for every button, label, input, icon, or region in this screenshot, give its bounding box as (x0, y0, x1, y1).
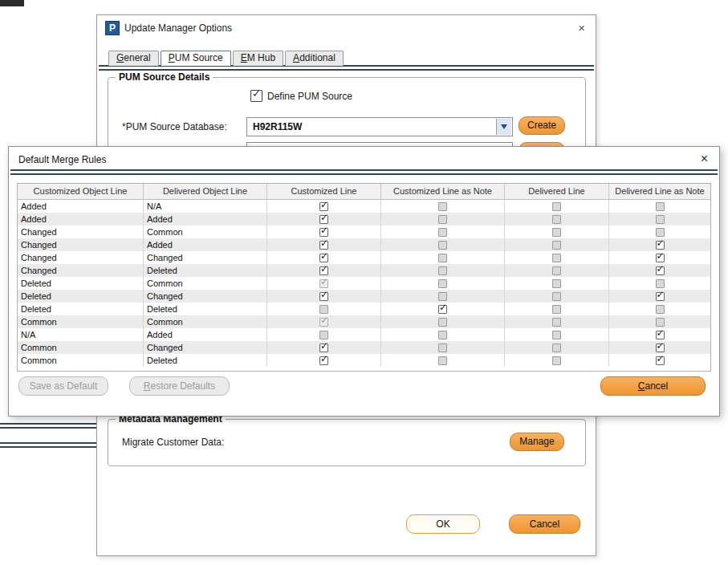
merge-rule-checkbox[interactable] (319, 228, 328, 237)
table-row[interactable]: ChangedAdded (18, 238, 710, 251)
merge-rule-checkbox[interactable] (656, 279, 665, 288)
table-row[interactable]: ChangedCommon (18, 226, 710, 238)
checkbox-cell[interactable] (609, 213, 710, 226)
close-icon[interactable]: × (578, 22, 585, 34)
merge-rule-checkbox[interactable] (319, 343, 328, 352)
merge-rule-checkbox[interactable] (552, 266, 561, 275)
checkbox-cell[interactable] (505, 328, 609, 341)
checkbox-cell[interactable] (381, 264, 505, 277)
checkbox-cell[interactable] (505, 226, 609, 238)
merge-rule-checkbox[interactable] (656, 266, 665, 275)
checkbox-cell[interactable] (381, 238, 505, 251)
merge-rule-checkbox[interactable] (656, 331, 665, 339)
table-row[interactable]: DeletedCommon (18, 277, 710, 290)
table-row[interactable]: AddedAdded (18, 213, 710, 226)
merge-rule-checkbox[interactable] (552, 215, 561, 224)
checkbox-cell[interactable] (267, 290, 381, 303)
checkbox-cell[interactable] (267, 277, 381, 290)
merge-rule-checkbox[interactable] (319, 318, 328, 327)
close-icon[interactable]: × (701, 152, 708, 165)
checkbox-cell[interactable] (609, 341, 710, 354)
define-pum-source-checkbox[interactable] (250, 90, 262, 102)
checkbox-cell[interactable] (609, 200, 710, 213)
checkbox-cell[interactable] (505, 315, 609, 328)
table-row[interactable]: CommonChanged (18, 341, 710, 354)
checkbox-cell[interactable] (505, 200, 609, 213)
checkbox-cell[interactable] (609, 354, 710, 367)
merge-rule-checkbox[interactable] (656, 292, 665, 301)
checkbox-cell[interactable] (267, 213, 381, 226)
checkbox-cell[interactable] (609, 264, 710, 277)
table-row[interactable]: DeletedChanged (18, 290, 710, 303)
checkbox-cell[interactable] (505, 290, 609, 303)
checkbox-cell[interactable] (505, 264, 609, 277)
checkbox-cell[interactable] (609, 303, 710, 315)
table-row[interactable]: N/AAdded (18, 328, 710, 341)
table-row[interactable]: ChangedDeleted (18, 264, 710, 277)
checkbox-cell[interactable] (267, 315, 381, 328)
cancel-button[interactable]: Cancel (509, 514, 580, 534)
table-row[interactable]: DeletedDeleted (18, 303, 710, 315)
merge-rule-checkbox[interactable] (656, 305, 665, 314)
checkbox-cell[interactable] (381, 226, 505, 238)
merge-rule-checkbox[interactable] (438, 241, 447, 250)
merge-rule-checkbox[interactable] (656, 202, 665, 211)
checkbox-cell[interactable] (505, 354, 609, 367)
checkbox-cell[interactable] (267, 238, 381, 251)
merge-rule-checkbox[interactable] (438, 254, 447, 262)
checkbox-cell[interactable] (505, 277, 609, 290)
merge-rule-checkbox[interactable] (319, 292, 328, 301)
checkbox-cell[interactable] (609, 226, 710, 238)
merge-rule-checkbox[interactable] (319, 241, 328, 250)
merge-rule-checkbox[interactable] (656, 343, 665, 352)
merge-rule-checkbox[interactable] (656, 318, 665, 327)
checkbox-cell[interactable] (381, 200, 505, 213)
merge-rule-checkbox[interactable] (552, 343, 561, 352)
tab-general[interactable]: General (108, 51, 159, 66)
checkbox-cell[interactable] (267, 264, 381, 277)
checkbox-cell[interactable] (505, 341, 609, 354)
merge-rule-checkbox[interactable] (552, 279, 561, 288)
checkbox-cell[interactable] (609, 290, 710, 303)
checkbox-cell[interactable] (609, 238, 710, 251)
merge-rule-checkbox[interactable] (438, 343, 447, 352)
checkbox-cell[interactable] (505, 303, 609, 315)
merge-rule-checkbox[interactable] (438, 228, 447, 237)
checkbox-cell[interactable] (609, 315, 710, 328)
merge-rule-checkbox[interactable] (656, 228, 665, 237)
checkbox-cell[interactable] (505, 251, 609, 264)
merge-rule-checkbox[interactable] (319, 215, 328, 224)
checkbox-cell[interactable] (609, 277, 710, 290)
checkbox-cell[interactable] (381, 251, 505, 264)
chevron-down-icon[interactable] (496, 119, 511, 135)
merge-rule-checkbox[interactable] (552, 318, 561, 327)
merge-rule-checkbox[interactable] (552, 241, 561, 250)
merge-rule-checkbox[interactable] (319, 202, 328, 211)
checkbox-cell[interactable] (267, 303, 381, 315)
merge-rule-checkbox[interactable] (438, 279, 447, 288)
merge-rule-checkbox[interactable] (438, 305, 447, 314)
checkbox-cell[interactable] (267, 200, 381, 213)
checkbox-cell[interactable] (609, 328, 710, 341)
checkbox-cell[interactable] (381, 354, 505, 367)
merge-rule-checkbox[interactable] (656, 215, 665, 224)
table-row[interactable]: AddedN/A (18, 200, 710, 213)
checkbox-cell[interactable] (267, 354, 381, 367)
merge-rule-checkbox[interactable] (319, 266, 328, 275)
table-row[interactable]: CommonCommon (18, 315, 710, 328)
table-row[interactable]: CommonDeleted (18, 354, 710, 367)
checkbox-cell[interactable] (381, 341, 505, 354)
checkbox-cell[interactable] (381, 213, 505, 226)
checkbox-cell[interactable] (267, 341, 381, 354)
tab-additional[interactable]: Additional (285, 51, 344, 66)
merge-rule-checkbox[interactable] (438, 292, 447, 301)
tab-pum-source[interactable]: PUM Source (161, 51, 231, 66)
merge-rule-checkbox[interactable] (552, 202, 561, 211)
create-button[interactable]: Create (519, 116, 565, 135)
merge-rule-checkbox[interactable] (319, 254, 328, 262)
merge-rule-checkbox[interactable] (438, 318, 447, 327)
checkbox-cell[interactable] (381, 303, 505, 315)
merge-rule-checkbox[interactable] (438, 356, 447, 365)
checkbox-cell[interactable] (505, 213, 609, 226)
checkbox-cell[interactable] (609, 251, 710, 264)
